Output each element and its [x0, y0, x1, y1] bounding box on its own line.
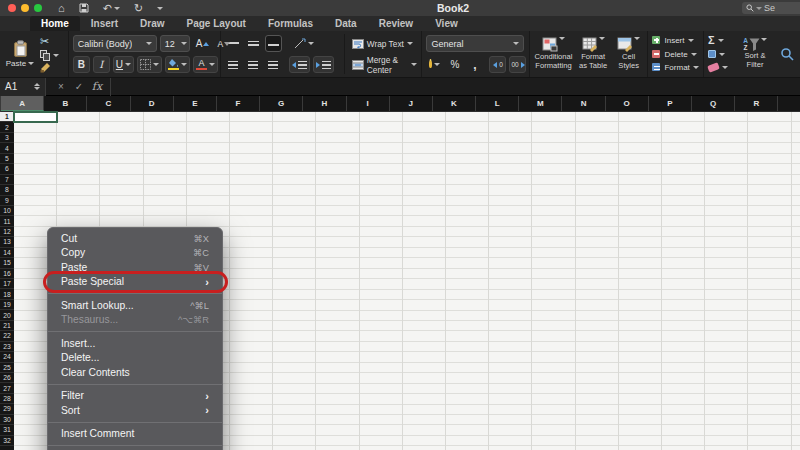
copy-dropdown-icon[interactable] — [53, 54, 59, 57]
format-painter-button[interactable] — [40, 62, 59, 73]
select-all-button[interactable] — [0, 96, 1, 112]
cell-styles-button[interactable]: Cell Styles — [614, 34, 644, 74]
row-header-30[interactable]: 30 — [0, 415, 14, 425]
conditional-formatting-dropdown-icon[interactable] — [559, 37, 565, 40]
row-header-11[interactable]: 11 — [0, 216, 14, 226]
increase-indent-button[interactable] — [313, 56, 334, 73]
home-icon[interactable]: ⌂ — [58, 0, 65, 16]
zoom-window-button[interactable] — [34, 4, 42, 12]
number-format-select[interactable]: General — [426, 35, 524, 52]
row-header-28[interactable]: 28 — [0, 394, 14, 404]
fill-color-dropdown-icon[interactable] — [181, 63, 187, 66]
menu-item-insert[interactable]: Insert... — [48, 336, 222, 351]
column-header-g[interactable]: G — [260, 96, 303, 111]
cut-button[interactable]: ✂ — [40, 35, 59, 48]
row-header-3[interactable]: 3 — [0, 133, 14, 143]
wrap-text-button[interactable]: Wrap Text — [352, 34, 418, 53]
find-select-button[interactable] — [778, 34, 796, 74]
format-cells-button[interactable]: Format — [652, 61, 698, 74]
underline-dropdown-icon[interactable] — [125, 63, 131, 66]
decrease-decimal-button[interactable]: 00 — [509, 56, 526, 73]
menu-item-filter[interactable]: Filter› — [48, 389, 222, 404]
row-header-24[interactable]: 24 — [0, 352, 14, 362]
row-header-1[interactable]: 1 — [0, 112, 14, 122]
menu-item-sort[interactable]: Sort› — [48, 403, 222, 418]
format-as-table-dropdown-icon[interactable] — [599, 37, 605, 40]
insert-function-button[interactable]: fx — [88, 80, 106, 93]
currency-button[interactable] — [426, 56, 443, 73]
underline-button[interactable]: U — [113, 56, 134, 73]
orientation-dropdown-icon[interactable] — [308, 42, 314, 45]
fill-dropdown-icon[interactable] — [719, 53, 725, 56]
decrease-indent-button[interactable] — [289, 56, 310, 73]
insert-cells-dropdown-icon[interactable] — [688, 39, 694, 42]
autosum-dropdown-icon[interactable] — [718, 39, 724, 42]
sort-filter-dropdown-icon[interactable] — [761, 38, 767, 41]
menu-item-thesaurus[interactable]: Thesaurus...^⌥⌘R — [48, 313, 222, 328]
fill-button[interactable] — [708, 48, 728, 61]
paste-button[interactable]: Paste — [4, 34, 36, 74]
orientation-button[interactable] — [291, 35, 317, 52]
menu-item-paste[interactable]: Paste⌘V — [48, 260, 222, 275]
row-header-14[interactable]: 14 — [0, 248, 14, 258]
tab-review[interactable]: Review — [368, 16, 424, 31]
row-header-9[interactable]: 9 — [0, 196, 14, 206]
align-middle-button[interactable] — [245, 35, 262, 52]
column-header-l[interactable]: L — [476, 96, 519, 111]
align-center-button[interactable] — [245, 56, 262, 73]
insert-cells-button[interactable]: Insert — [652, 34, 698, 47]
fill-color-button[interactable] — [165, 56, 190, 73]
spreadsheet-grid[interactable]: 1234567891011121314151617181920212223242… — [0, 112, 800, 450]
menu-item-smart-lookup[interactable]: Smart Lookup...^⌘L — [48, 298, 222, 313]
name-box[interactable]: A1 — [0, 78, 46, 96]
undo-icon[interactable]: ↶ — [103, 0, 112, 16]
row-header-16[interactable]: 16 — [0, 269, 14, 279]
row-header-20[interactable]: 20 — [0, 310, 14, 320]
tab-draw[interactable]: Draw — [129, 16, 175, 31]
name-box-spinner[interactable] — [34, 83, 40, 90]
column-header-c[interactable]: C — [87, 96, 130, 111]
align-bottom-button[interactable] — [265, 35, 282, 52]
format-as-table-button[interactable]: Format as Table — [576, 34, 609, 74]
row-header-7[interactable]: 7 — [0, 175, 14, 185]
row-header-12[interactable]: 12 — [0, 227, 14, 237]
minimize-window-button[interactable] — [21, 4, 29, 12]
cell-styles-dropdown-icon[interactable] — [634, 37, 640, 40]
save-icon[interactable] — [79, 3, 89, 13]
row-header-27[interactable]: 27 — [0, 383, 14, 393]
menu-item-clear-contents[interactable]: Clear Contents — [48, 365, 222, 380]
align-left-button[interactable] — [225, 56, 242, 73]
italic-button[interactable]: I — [93, 56, 110, 73]
merge-center-dropdown-icon[interactable] — [411, 63, 417, 66]
comma-style-button[interactable]: , — [466, 56, 483, 73]
formula-input[interactable] — [110, 78, 800, 96]
tab-insert[interactable]: Insert — [80, 16, 129, 31]
font-size-select[interactable]: 12 — [160, 35, 190, 52]
column-header-partial[interactable] — [778, 96, 800, 111]
row-header-4[interactable]: 4 — [0, 143, 14, 153]
borders-button[interactable] — [137, 56, 162, 73]
tab-home[interactable]: Home — [30, 16, 80, 31]
column-header-e[interactable]: E — [174, 96, 217, 111]
delete-cells-dropdown-icon[interactable] — [691, 53, 697, 56]
copy-button[interactable] — [40, 50, 59, 60]
row-header-8[interactable]: 8 — [0, 185, 14, 195]
column-header-j[interactable]: J — [390, 96, 433, 111]
autosum-button[interactable]: Σ — [708, 34, 728, 47]
column-header-q[interactable]: Q — [692, 96, 735, 111]
font-color-button[interactable]: A — [193, 56, 218, 73]
column-header-k[interactable]: K — [433, 96, 476, 111]
column-header-o[interactable]: O — [606, 96, 649, 111]
tab-data[interactable]: Data — [324, 16, 368, 31]
redo-icon[interactable]: ↻ — [134, 0, 143, 16]
currency-dropdown-icon[interactable] — [434, 63, 440, 66]
selected-cell-a1[interactable] — [13, 111, 58, 123]
increase-decimal-button[interactable]: 0 — [489, 56, 506, 73]
column-header-f[interactable]: F — [217, 96, 260, 111]
row-header-19[interactable]: 19 — [0, 300, 14, 310]
grow-font-button[interactable]: A — [193, 35, 212, 52]
menu-item-insert-comment[interactable]: Insert Comment — [48, 427, 222, 442]
cancel-entry-button[interactable]: × — [52, 81, 70, 92]
clear-button[interactable] — [708, 61, 728, 74]
row-header-32[interactable]: 32 — [0, 436, 14, 446]
